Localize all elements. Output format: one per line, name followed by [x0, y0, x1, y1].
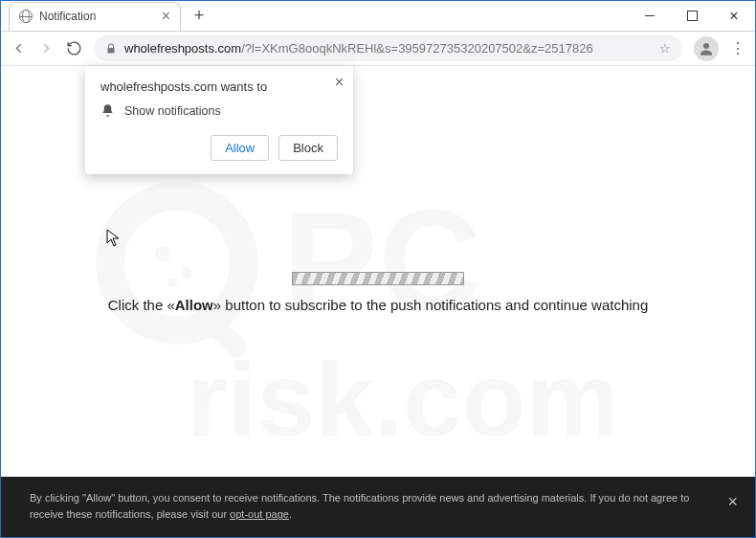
opt-out-link[interactable]: opt-out page [230, 508, 289, 520]
svg-text:PC: PC [282, 181, 481, 342]
bookmark-star-icon[interactable]: ☆ [659, 41, 671, 56]
svg-point-0 [703, 43, 709, 49]
maximize-button[interactable] [671, 1, 713, 32]
menu-button[interactable]: ⋮ [730, 39, 745, 57]
url-path: /?l=XKmG8ooqkNkREHl&s=395972735320207502… [241, 41, 593, 56]
close-tab-icon[interactable]: × [162, 8, 170, 25]
block-button[interactable]: Block [278, 135, 338, 161]
close-window-button[interactable]: × [713, 1, 755, 32]
cursor-icon [106, 229, 122, 248]
close-banner-icon[interactable]: × [727, 488, 738, 516]
permission-title: wholefreshposts.com wants to [100, 79, 338, 94]
svg-rect-2 [195, 306, 251, 362]
address-bar[interactable]: wholefreshposts.com/?l=XKmG8ooqkNkREHl&s… [94, 35, 682, 61]
msg-suffix: » button to subscribe to the push notifi… [213, 297, 648, 313]
window-controls: × [629, 1, 755, 32]
msg-bold: Allow [175, 297, 213, 313]
notification-permission-popup: × wholefreshposts.com wants to Show noti… [85, 66, 353, 174]
url-text: wholefreshposts.com/?l=XKmG8ooqkNkREHl&s… [124, 41, 593, 56]
svg-text:risk.com: risk.com [187, 340, 619, 458]
lock-icon [105, 43, 117, 55]
back-button[interactable] [11, 40, 27, 56]
new-tab-button[interactable]: + [187, 4, 211, 29]
window-titlebar: Notification × + × [1, 1, 755, 32]
browser-tab[interactable]: Notification × [9, 2, 181, 31]
msg-prefix: Click the « [108, 297, 175, 313]
fake-loading-bar [292, 272, 464, 285]
permission-item-label: Show notifications [124, 104, 221, 118]
reload-button[interactable] [66, 40, 82, 56]
allow-button[interactable]: Allow [211, 135, 269, 161]
bell-icon [100, 103, 115, 118]
permission-item: Show notifications [100, 103, 338, 118]
globe-icon [19, 10, 33, 23]
page-content: PC risk.com × wholefreshposts.com wants … [1, 66, 755, 537]
page-message-area: Click the «Allow» button to subscribe to… [1, 272, 755, 314]
tab-title: Notification [39, 10, 96, 23]
minimize-button[interactable] [629, 1, 671, 32]
svg-point-3 [155, 246, 170, 261]
consent-text: By clicking "Allow" button, you consent … [30, 492, 689, 521]
url-domain: wholefreshposts.com [124, 41, 241, 56]
instruction-text: Click the «Allow» button to subscribe to… [1, 297, 755, 314]
permission-buttons: Allow Block [100, 135, 338, 161]
browser-toolbar: wholefreshposts.com/?l=XKmG8ooqkNkREHl&s… [1, 32, 755, 66]
close-popup-icon[interactable]: × [335, 74, 344, 91]
profile-avatar[interactable] [694, 36, 719, 61]
forward-button[interactable] [38, 40, 55, 56]
consent-banner: × By clicking "Allow" button, you consen… [1, 477, 755, 537]
